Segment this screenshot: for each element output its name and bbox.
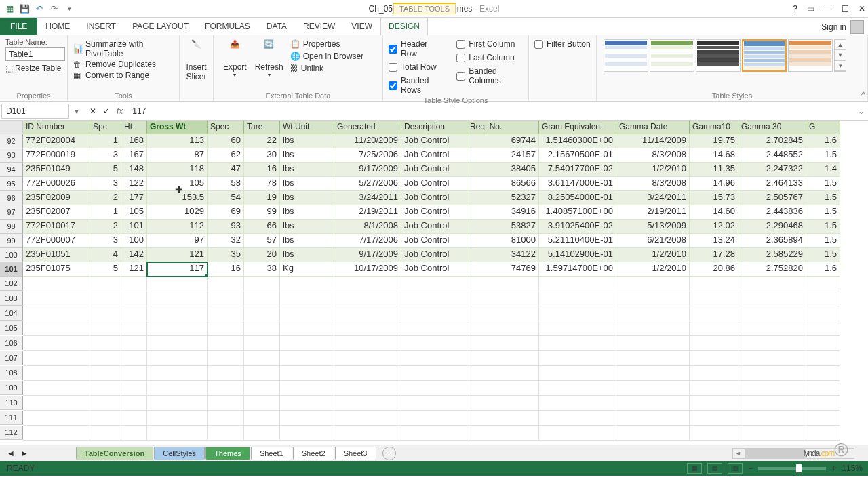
cell[interactable]: [806, 306, 840, 321]
cell[interactable]: 7.54017700E-02: [539, 163, 616, 177]
cell[interactable]: [147, 366, 208, 381]
cell[interactable]: 168: [121, 134, 147, 148]
cell[interactable]: lbs: [280, 220, 334, 234]
cell[interactable]: [806, 351, 840, 366]
cell[interactable]: 2: [90, 191, 121, 205]
cell[interactable]: [806, 321, 840, 336]
cell[interactable]: lbs: [280, 234, 334, 248]
first-column-checkbox[interactable]: First Column: [456, 39, 523, 49]
cell[interactable]: [738, 411, 806, 426]
cell[interactable]: [244, 351, 280, 366]
cell[interactable]: [23, 321, 90, 336]
sheet-tab-tableconversion[interactable]: TableConversion: [76, 447, 153, 460]
cell[interactable]: 99: [244, 205, 280, 220]
cell[interactable]: lbs: [280, 177, 334, 191]
tab-formulas[interactable]: FORMULAS: [197, 18, 258, 35]
row-header[interactable]: 97: [0, 205, 23, 220]
column-header[interactable]: G: [806, 121, 840, 134]
cell[interactable]: 1.4: [806, 163, 840, 177]
cell[interactable]: Job Control: [401, 177, 467, 191]
cell[interactable]: [616, 366, 690, 381]
cell[interactable]: Job Control: [401, 163, 467, 177]
cell[interactable]: [334, 351, 401, 366]
cell[interactable]: [90, 336, 121, 351]
cell[interactable]: 1.5: [806, 148, 840, 163]
cell[interactable]: 2.464133: [738, 177, 806, 191]
cell[interactable]: [467, 396, 539, 411]
cell[interactable]: [23, 366, 90, 381]
tab-page-layout[interactable]: PAGE LAYOUT: [124, 18, 197, 35]
cell[interactable]: 3: [90, 148, 121, 163]
cell[interactable]: 121: [121, 262, 147, 277]
cell[interactable]: 8.25054000E-01: [539, 191, 616, 205]
fx-icon[interactable]: fx: [117, 106, 123, 116]
cell[interactable]: [690, 351, 738, 366]
cell[interactable]: 235F02007: [23, 205, 90, 220]
zoom-level[interactable]: 115%: [842, 464, 863, 473]
cell[interactable]: 105: [147, 177, 208, 191]
cell[interactable]: 5/27/2006: [334, 177, 401, 191]
cell[interactable]: [208, 277, 244, 291]
sheet-tab-sheet2[interactable]: Sheet2: [293, 447, 334, 460]
cell[interactable]: 5.14102900E-01: [539, 248, 616, 262]
cell[interactable]: 100: [121, 234, 147, 248]
cell[interactable]: [90, 291, 121, 306]
cell[interactable]: [23, 381, 90, 396]
cell[interactable]: [280, 321, 334, 336]
cell[interactable]: [401, 306, 467, 321]
cell[interactable]: 32: [208, 234, 244, 248]
cell[interactable]: [690, 366, 738, 381]
cell[interactable]: 2/19/2011: [616, 205, 690, 220]
cell[interactable]: [121, 366, 147, 381]
cell[interactable]: 16: [244, 163, 280, 177]
cell[interactable]: 113: [147, 134, 208, 148]
cell[interactable]: [280, 277, 334, 291]
cell[interactable]: 8/1/2008: [334, 220, 401, 234]
cell[interactable]: [467, 306, 539, 321]
cell[interactable]: [690, 306, 738, 321]
cell[interactable]: 4: [90, 248, 121, 262]
row-header[interactable]: 93: [0, 148, 23, 163]
cell[interactable]: lbs: [280, 248, 334, 262]
cell[interactable]: 1029: [147, 205, 208, 220]
table-name-input[interactable]: [5, 47, 65, 61]
cell[interactable]: [690, 396, 738, 411]
sheet-tab-sheet3[interactable]: Sheet3: [335, 447, 376, 460]
cell[interactable]: [539, 277, 616, 291]
cell[interactable]: 15.73: [690, 191, 738, 205]
sheet-tab-themes[interactable]: Themes: [205, 447, 250, 460]
cell[interactable]: [147, 277, 208, 291]
cell[interactable]: [280, 396, 334, 411]
cell[interactable]: 47: [208, 163, 244, 177]
cell[interactable]: [90, 411, 121, 426]
cell[interactable]: [690, 277, 738, 291]
column-header[interactable]: ID Number: [23, 121, 90, 134]
row-header[interactable]: 110: [0, 396, 23, 410]
cell[interactable]: [806, 366, 840, 381]
cell[interactable]: [806, 277, 840, 291]
cell[interactable]: 5: [90, 262, 121, 277]
sheet-nav-prev-icon[interactable]: ◄: [7, 449, 15, 458]
save-icon[interactable]: 💾: [18, 2, 31, 16]
tab-review[interactable]: REVIEW: [295, 18, 343, 35]
cell[interactable]: 1: [90, 134, 121, 148]
cell[interactable]: 772F000007: [23, 234, 90, 248]
cell[interactable]: [334, 306, 401, 321]
cell[interactable]: 3: [90, 234, 121, 248]
cell[interactable]: 22: [244, 134, 280, 148]
cell[interactable]: 235F01049: [23, 163, 90, 177]
cell[interactable]: [539, 306, 616, 321]
cell[interactable]: 1.5: [806, 234, 840, 248]
cell[interactable]: 235F02009: [23, 191, 90, 205]
cell[interactable]: 2.365894: [738, 234, 806, 248]
cell[interactable]: 93: [208, 220, 244, 234]
cell[interactable]: [334, 366, 401, 381]
cell[interactable]: 1.51460300E+00: [539, 134, 616, 148]
cell[interactable]: [690, 336, 738, 351]
cell[interactable]: [90, 306, 121, 321]
cell[interactable]: [334, 411, 401, 426]
cell[interactable]: [738, 277, 806, 291]
cell[interactable]: [23, 336, 90, 351]
cell[interactable]: [806, 426, 840, 441]
cell[interactable]: 69: [208, 205, 244, 220]
